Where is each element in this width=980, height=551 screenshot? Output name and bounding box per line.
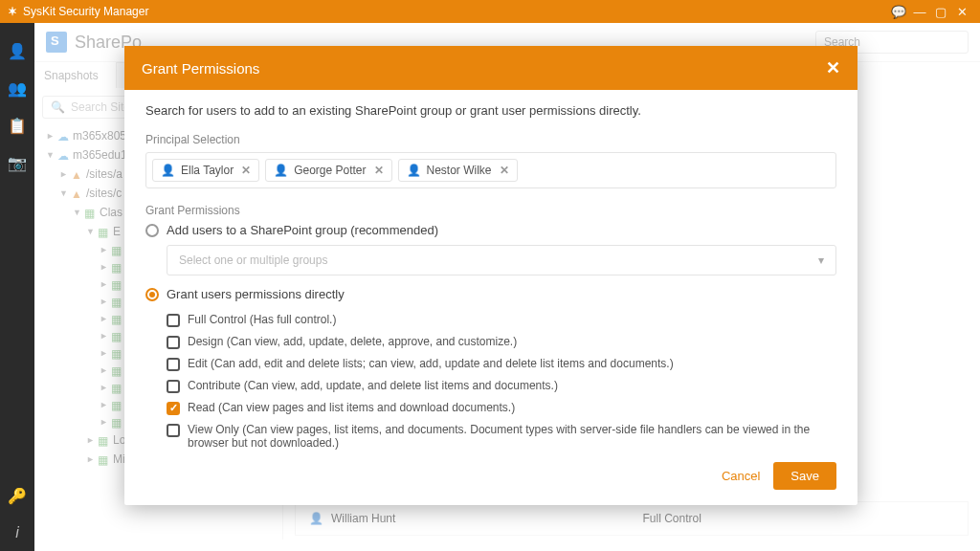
permission-option[interactable]: Read (Can view pages and list items and … (167, 397, 836, 419)
permission-label: Contribute (Can view, add, update, and d… (188, 379, 558, 392)
left-rail: 👤 👥 📋 📷 🔑 i (0, 23, 34, 551)
permission-label: View Only (Can view pages, list items, a… (188, 423, 836, 450)
permission-option[interactable]: Edit (Can add, edit and delete lists; ca… (167, 353, 836, 375)
grant-permissions-dialog: Grant Permissions ✕ Search for users to … (124, 46, 858, 505)
option-add-to-group[interactable]: Add users to a SharePoint group (recomme… (145, 223, 836, 237)
dialog-intro: Search for users to add to an existing S… (145, 103, 836, 118)
titlebar: ✶ SysKit Security Manager 💬 — ▢ ✕ (0, 0, 980, 23)
radio-unchecked-icon (145, 224, 159, 237)
cancel-button[interactable]: Cancel (722, 469, 760, 483)
checkbox-icon (167, 424, 180, 437)
permission-label: Read (Can view pages and list items and … (188, 401, 515, 414)
principal-chip: 👤Ella Taylor✕ (152, 159, 259, 182)
permission-label: Design (Can view, add, update, delete, a… (188, 335, 517, 348)
rail-clipboard-icon[interactable]: 📋 (8, 117, 27, 135)
permission-option[interactable]: Design (Can view, add, update, delete, a… (167, 331, 836, 353)
permission-option[interactable]: Contribute (Can view, add, update, and d… (167, 375, 836, 397)
rail-info-icon[interactable]: i (15, 524, 19, 541)
app-name: SysKit (23, 5, 56, 18)
chevron-down-icon: ▾ (818, 253, 824, 267)
dialog-close-button[interactable]: ✕ (826, 57, 840, 78)
radio-checked-icon (145, 288, 159, 301)
permission-option[interactable]: Full Control (Has full control.) (167, 309, 836, 331)
principal-chip: 👤Nestor Wilke✕ (398, 159, 518, 182)
user-icon: 👤 (407, 164, 421, 177)
close-window-button[interactable]: ✕ (951, 5, 972, 19)
rail-camera-icon[interactable]: 📷 (8, 154, 27, 172)
chip-label: Nestor Wilke (427, 164, 492, 177)
chip-label: George Potter (294, 164, 366, 177)
app-logo: ✶ (8, 5, 17, 18)
chip-label: Ella Taylor (181, 164, 234, 177)
rail-users-icon[interactable]: 👥 (8, 79, 27, 98)
minimize-button[interactable]: — (909, 5, 930, 19)
app-subtitle: Security Manager (58, 5, 148, 18)
principal-selection-label: Principal Selection (145, 133, 836, 146)
maximize-button[interactable]: ▢ (930, 5, 951, 19)
rail-key-icon[interactable]: 🔑 (8, 487, 27, 505)
checkbox-icon (167, 336, 180, 349)
permission-label: Full Control (Has full control.) (188, 313, 336, 326)
user-icon: 👤 (161, 164, 175, 177)
chat-icon[interactable]: 💬 (888, 5, 909, 19)
save-button[interactable]: Save (773, 462, 836, 490)
dialog-header: Grant Permissions ✕ (124, 46, 858, 90)
principal-input[interactable]: 👤Ella Taylor✕👤George Potter✕👤Nestor Wilk… (145, 152, 836, 188)
group-select-dropdown[interactable]: Select one or multiple groups ▾ (167, 245, 836, 276)
checkbox-icon (167, 314, 180, 327)
principal-chip: 👤George Potter✕ (265, 159, 391, 182)
checkbox-icon (167, 358, 180, 371)
remove-chip-button[interactable]: ✕ (241, 164, 251, 177)
permission-option[interactable]: View Only (Can view pages, list items, a… (167, 419, 836, 451)
rail-user-icon[interactable]: 👤 (8, 42, 27, 60)
checkbox-icon (167, 402, 180, 415)
remove-chip-button[interactable]: ✕ (374, 164, 384, 177)
grant-permissions-label: Grant Permissions (145, 204, 836, 217)
dialog-title: Grant Permissions (142, 60, 259, 77)
checkbox-icon (167, 380, 180, 393)
option-grant-directly[interactable]: Grant users permissions directly (145, 287, 836, 301)
user-icon: 👤 (274, 164, 288, 177)
remove-chip-button[interactable]: ✕ (500, 164, 509, 177)
permission-label: Edit (Can add, edit and delete lists; ca… (188, 357, 674, 370)
